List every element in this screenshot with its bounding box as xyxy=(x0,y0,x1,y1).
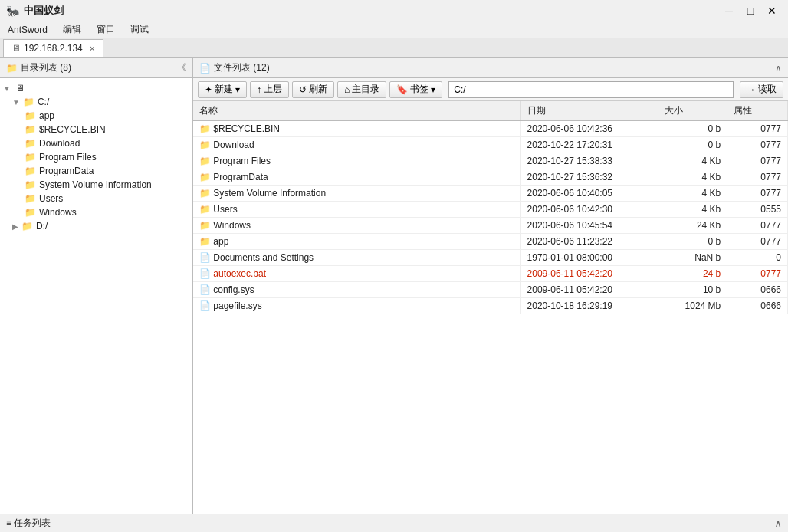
app-title: 中国蚁剑 xyxy=(24,4,64,18)
home-button[interactable]: ⌂ 主目录 xyxy=(337,81,386,98)
refresh-button[interactable]: ↺ 刷新 xyxy=(292,81,334,98)
table-row[interactable]: 📄 autoexec.bat 2009-06-11 05:42:20 24 b … xyxy=(193,266,788,282)
table-row[interactable]: 📁 Windows 2020-06-06 10:45:54 24 Kb 0777 xyxy=(193,218,788,234)
file-name: 📁 Users xyxy=(193,202,520,218)
maximize-button[interactable]: □ xyxy=(740,3,760,18)
tree-item-3[interactable]: 📁 Download xyxy=(0,136,192,150)
file-name: 📁 ProgramData xyxy=(193,169,520,186)
collapse-right-button[interactable]: ∧ xyxy=(775,63,782,74)
file-attr: 0666 xyxy=(727,298,788,314)
table-row[interactable]: 📁 Program Files 2020-10-27 15:38:33 4 Kb… xyxy=(193,153,788,169)
directory-list-title: 目录列表 (8) xyxy=(21,61,71,74)
app-icon: 🐜 xyxy=(6,5,19,17)
scroll-up-indicator[interactable]: ∧ xyxy=(774,517,782,530)
file-name: 📁 Windows xyxy=(193,218,520,234)
file-date: 2009-06-11 05:42:20 xyxy=(520,282,658,298)
file-size: NaN b xyxy=(658,250,727,266)
file-name: 📁 $RECYCLE.BIN xyxy=(193,121,520,137)
col-header-date[interactable]: 日期 xyxy=(520,101,658,121)
file-list-icon: 📄 xyxy=(199,63,211,74)
new-icon: ✦ xyxy=(205,84,212,95)
file-attr: 0666 xyxy=(727,282,788,298)
file-size: 4 Kb xyxy=(658,202,727,218)
tree-item-8[interactable]: 📁 Windows xyxy=(0,205,192,219)
file-list-title: 📄 文件列表 (12) xyxy=(199,61,270,74)
file-size: 4 Kb xyxy=(658,153,727,169)
tab-connection[interactable]: 🖥 192.168.2.134 ✕ xyxy=(3,39,103,57)
left-panel: 📁 目录列表 (8) 《 ▼🖥▼ 📁 C:/ 📁 app 📁 $RECYCLE.… xyxy=(0,58,193,514)
folder-icon: 📁 xyxy=(6,63,18,74)
file-date: 2020-06-06 11:23:22 xyxy=(520,234,658,250)
tree-item-0[interactable]: ▼ 📁 C:/ xyxy=(0,95,192,109)
file-date: 2009-06-11 05:42:20 xyxy=(520,266,658,282)
tasks-label[interactable]: ≡ 任务列表 xyxy=(6,517,51,530)
read-button[interactable]: → 读取 xyxy=(740,81,783,98)
table-row[interactable]: 📁 System Volume Information 2020-06-06 1… xyxy=(193,186,788,202)
left-panel-header: 📁 目录列表 (8) 《 xyxy=(0,58,192,78)
col-header-name[interactable]: 名称 xyxy=(193,101,520,121)
tab-icon: 🖥 xyxy=(11,43,21,54)
menu-item-3[interactable]: 调试 xyxy=(126,21,153,38)
file-attr: 0777 xyxy=(727,169,788,186)
file-attr: 0777 xyxy=(727,266,788,282)
bottom-panel: ≡ 任务列表 ∧ xyxy=(0,514,788,532)
col-header-size[interactable]: 大小 xyxy=(658,101,727,121)
table-row[interactable]: 📄 Documents and Settings 1970-01-01 08:0… xyxy=(193,250,788,266)
table-row[interactable]: 📁 $RECYCLE.BIN 2020-06-06 10:42:36 0 b 0… xyxy=(193,121,788,137)
file-table: 名称 日期 大小 属性 📁 $RECYCLE.BIN 2020-06-06 10… xyxy=(193,101,788,314)
file-attr: 0555 xyxy=(727,202,788,218)
file-table-body: 📁 $RECYCLE.BIN 2020-06-06 10:42:36 0 b 0… xyxy=(193,121,788,314)
table-row[interactable]: 📁 app 2020-06-06 11:23:22 0 b 0777 xyxy=(193,234,788,250)
file-list-label: 文件列表 (12) xyxy=(214,61,270,74)
tree-item-5[interactable]: 📁 ProgramData xyxy=(0,164,192,178)
table-row[interactable]: 📄 config.sys 2009-06-11 05:42:20 10 b 06… xyxy=(193,282,788,298)
file-attr: 0777 xyxy=(727,186,788,202)
table-row[interactable]: 📁 ProgramData 2020-10-27 15:36:32 4 Kb 0… xyxy=(193,169,788,186)
tree-item-7[interactable]: 📁 Users xyxy=(0,192,192,205)
main-area: 📁 目录列表 (8) 《 ▼🖥▼ 📁 C:/ 📁 app 📁 $RECYCLE.… xyxy=(0,58,788,514)
file-name: 📁 app xyxy=(193,234,520,250)
file-name: 📄 config.sys xyxy=(193,282,520,298)
left-panel-title: 📁 目录列表 (8) xyxy=(6,61,71,74)
refresh-label: 刷新 xyxy=(309,83,327,96)
up-icon: ↑ xyxy=(257,84,261,95)
file-size: 0 b xyxy=(658,137,727,153)
read-arrow-icon: → xyxy=(747,84,756,95)
tree-item-1[interactable]: 📁 app xyxy=(0,109,192,123)
menu-item-2[interactable]: 窗口 xyxy=(92,21,120,38)
col-header-attr[interactable]: 属性 xyxy=(727,101,788,121)
new-label: 新建 xyxy=(215,83,233,96)
tree-area: ▼🖥▼ 📁 C:/ 📁 app 📁 $RECYCLE.BIN 📁 Downloa… xyxy=(0,78,192,514)
menu-item-1[interactable]: 编辑 xyxy=(58,21,86,38)
file-date: 2020-10-18 16:29:19 xyxy=(520,298,658,314)
table-row[interactable]: 📁 Download 2020-10-22 17:20:31 0 b 0777 xyxy=(193,137,788,153)
tree-item-4[interactable]: 📁 Program Files xyxy=(0,150,192,164)
path-input[interactable] xyxy=(448,81,734,98)
file-date: 1970-01-01 08:00:00 xyxy=(520,250,658,266)
table-row[interactable]: 📁 Users 2020-06-06 10:42:30 4 Kb 0555 xyxy=(193,202,788,218)
minimize-button[interactable]: ─ xyxy=(719,3,739,18)
file-attr: 0 xyxy=(727,250,788,266)
file-name: 📄 pagefile.sys xyxy=(193,298,520,314)
tab-close-button[interactable]: ✕ xyxy=(89,44,95,53)
table-row[interactable]: 📄 pagefile.sys 2020-10-18 16:29:19 1024 … xyxy=(193,298,788,314)
file-size: 10 b xyxy=(658,282,727,298)
up-button[interactable]: ↑ 上层 xyxy=(250,81,289,98)
tree-item-9[interactable]: ▶ 📁 D:/ xyxy=(0,219,192,233)
bookmark-dropdown-icon: ▾ xyxy=(431,84,435,95)
collapse-left-button[interactable]: 《 xyxy=(177,61,186,74)
tree-item-6[interactable]: 📁 System Volume Information xyxy=(0,178,192,192)
up-label: 上层 xyxy=(264,83,282,96)
file-date: 2020-06-06 10:40:05 xyxy=(520,186,658,202)
tree-root[interactable]: ▼🖥 xyxy=(0,81,192,95)
toolbar: ✦ 新建 ▾ ↑ 上层 ↺ 刷新 ⌂ 主目录 🔖 书签 ▾ xyxy=(193,78,788,101)
new-button[interactable]: ✦ 新建 ▾ xyxy=(198,81,247,98)
tree-item-2[interactable]: 📁 $RECYCLE.BIN xyxy=(0,123,192,136)
file-size: 24 Kb xyxy=(658,218,727,234)
home-label: 主目录 xyxy=(352,83,379,96)
menu-item-0[interactable]: AntSword xyxy=(3,23,52,37)
bookmark-button[interactable]: 🔖 书签 ▾ xyxy=(389,81,442,98)
file-size: 1024 Mb xyxy=(658,298,727,314)
titlebar-controls: ─ □ ✕ xyxy=(719,3,782,18)
close-button[interactable]: ✕ xyxy=(762,3,782,18)
